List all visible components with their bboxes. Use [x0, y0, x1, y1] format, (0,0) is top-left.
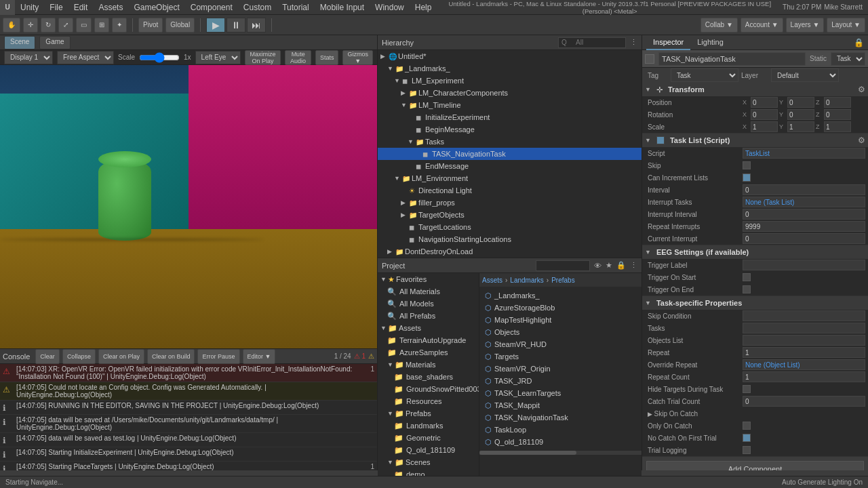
eye-icon[interactable]: 👁	[594, 262, 601, 270]
all-prefabs-item[interactable]: 🔍 All Prefabs	[378, 310, 479, 322]
tree-item-dont-destroy[interactable]: ▶ 📁 DontDestroyOnLoad	[378, 245, 642, 258]
project-search[interactable]	[536, 260, 590, 271]
repeat-field[interactable]	[743, 347, 865, 358]
mute-audio-btn[interactable]: Mute Audio	[285, 50, 311, 65]
console-log-6[interactable]: ℹ [14:07:05] Starting PlaceTargets | Uni…	[0, 462, 377, 470]
options-icon[interactable]: ⋮	[630, 261, 637, 270]
menu-unity[interactable]: Unity	[15, 0, 44, 15]
console-error-pause-btn[interactable]: Error Pause	[197, 349, 239, 364]
tree-item-timeline[interactable]: ▼ 📁 LM_Timeline	[378, 99, 642, 111]
override-repeat-field[interactable]: None (Object List)	[743, 359, 865, 370]
console-log-0[interactable]: ⚠ [14:07:03] XR: OpenVR Error: OpenVR fa…	[0, 364, 377, 382]
ground-item[interactable]: 📁 GroundSnowPitted003	[378, 383, 479, 395]
menu-tutorial[interactable]: Tutorial	[277, 0, 315, 15]
trigger-start-checkbox[interactable]	[743, 273, 751, 281]
aspect-select[interactable]: Free Aspect	[57, 51, 114, 64]
interval-field[interactable]	[743, 184, 865, 195]
global-btn[interactable]: Global	[165, 18, 195, 33]
trigger-end-checkbox[interactable]	[743, 285, 751, 293]
prefab-item-11[interactable]: ⬡ TaskLoop	[482, 424, 639, 436]
tree-item-init-exp[interactable]: ◼ InitializeExperiment	[378, 111, 642, 123]
azure-item[interactable]: 📁 AzureSamples	[378, 346, 479, 359]
only-on-catch-checkbox[interactable]	[743, 422, 751, 430]
console-clear-btn[interactable]: Clear	[35, 349, 60, 364]
repeat-interrupts-field[interactable]	[743, 221, 865, 232]
skip-condition-field[interactable]	[743, 310, 865, 321]
catch-trial-field[interactable]	[743, 396, 865, 407]
rot-z-field[interactable]	[824, 109, 851, 120]
console-clear-on-play-btn[interactable]: Clear on Play	[98, 349, 144, 364]
tree-item-untitled[interactable]: ▶ 🌐 Untitled*	[378, 50, 642, 62]
prefab-item-8[interactable]: ⬡ TASK_LearnTargets	[482, 387, 639, 399]
transform-tool-btn[interactable]: ⊞	[94, 18, 109, 33]
pos-x-field[interactable]	[751, 97, 778, 108]
scenes-item[interactable]: ▼ 📁 Scenes	[378, 456, 479, 468]
menu-custom[interactable]: Custom	[238, 0, 277, 15]
q-old-item[interactable]: 📁 Q_old_181109	[378, 444, 479, 456]
tag-select[interactable]: Task	[831, 52, 865, 66]
console-log-4[interactable]: ℹ [14:07:05] data will be saved as test.…	[0, 433, 377, 447]
resources-item[interactable]: 📁 Resources	[378, 395, 479, 407]
hand-tool-btn[interactable]: ✋	[3, 18, 20, 33]
skip-checkbox[interactable]	[743, 161, 751, 169]
layout-btn[interactable]: Layout ▼	[827, 18, 865, 33]
lighting-tab[interactable]: Lighting	[690, 35, 730, 50]
menu-assets[interactable]: Assets	[93, 0, 128, 15]
prefabs-landmarks-item[interactable]: 📁 Landmarks	[378, 420, 479, 432]
transform-header[interactable]: ▼ ⊹ Transform ⚙	[642, 83, 868, 96]
menu-file[interactable]: File	[44, 0, 68, 15]
tree-item-landmarks[interactable]: ▼ 📁 _Landmarks_	[378, 62, 642, 75]
tree-item-end-msg[interactable]: ◼ EndMessage	[378, 160, 642, 172]
tree-item-target-locs[interactable]: ◼ TargetLocations	[378, 221, 642, 233]
prefab-item-4[interactable]: ⬡ SteamVR_HUD	[482, 338, 639, 350]
task-specific-header[interactable]: ▼ Task-specific Properties	[642, 296, 868, 310]
star-icon[interactable]: ★	[606, 261, 612, 270]
rot-x-field[interactable]	[751, 109, 778, 120]
scene-tab[interactable]: Scene	[4, 36, 35, 49]
eeg-header[interactable]: ▼ EEG Settings (if available)	[642, 245, 868, 259]
hierarchy-options-icon[interactable]: ⋮	[630, 38, 637, 47]
prefab-item-7[interactable]: ⬡ TASK_JRD	[482, 375, 639, 387]
breadcrumb-landmarks[interactable]: Landmarks	[510, 277, 543, 284]
menu-window[interactable]: Window	[370, 0, 410, 15]
script-value-field[interactable]: TaskList	[743, 148, 865, 159]
tree-item-lm-env[interactable]: ▼ 📁 LM_Environment	[378, 172, 642, 184]
pos-y-field[interactable]	[787, 97, 814, 108]
transform-gear-btn[interactable]: ⚙	[858, 85, 865, 94]
eye-select[interactable]: Left Eye	[195, 51, 241, 64]
add-component-btn[interactable]: Add Component	[646, 461, 864, 470]
all-models-item[interactable]: 🔍 All Models	[378, 298, 479, 310]
prefab-item-2[interactable]: ⬡ MapTestHighlight	[482, 314, 639, 326]
tree-item-target-objects[interactable]: ▶ 📁 TargetObjects	[378, 209, 642, 221]
game-tab[interactable]: Game	[39, 36, 70, 49]
current-interrupt-field[interactable]	[743, 233, 865, 244]
trigger-label-field[interactable]	[743, 260, 865, 270]
pivot-btn[interactable]: Pivot	[138, 18, 163, 33]
trial-logging-checkbox[interactable]	[743, 446, 751, 454]
h-scrollbar-thumb[interactable]	[479, 451, 576, 455]
interrupt-interval-field[interactable]	[743, 209, 865, 220]
menu-component[interactable]: Component	[185, 0, 238, 15]
inspector-tab[interactable]: Inspector	[646, 35, 690, 50]
console-clear-on-build-btn[interactable]: Clear on Build	[147, 349, 195, 364]
menu-help[interactable]: Help	[410, 0, 437, 15]
tree-item-begin-msg[interactable]: ◼ BeginMessage	[378, 123, 642, 136]
prefabs-item[interactable]: ▼ 📁 Prefabs	[378, 407, 479, 420]
breadcrumb-prefabs[interactable]: Prefabs	[551, 277, 574, 284]
hierarchy-search[interactable]	[558, 37, 626, 48]
gizmos-btn[interactable]: Gizmos ▼	[342, 50, 373, 65]
move-tool-btn[interactable]: ✛	[23, 18, 38, 33]
menu-edit[interactable]: Edit	[68, 0, 94, 15]
tree-item-character[interactable]: ▶ 📁 LM_CharacterComponents	[378, 87, 642, 99]
can-increment-checkbox[interactable]	[743, 174, 751, 182]
tag-dropdown[interactable]: Task	[671, 68, 738, 82]
scale-x-field[interactable]	[751, 121, 778, 132]
tree-item-nav-task[interactable]: ◼ TASK_NavigationTask	[378, 148, 642, 160]
maximize-on-play-btn[interactable]: Maximize On Play	[245, 50, 281, 65]
prefabs-geometric-item[interactable]: 📁 Geometric	[378, 432, 479, 444]
tree-item-lm-experiment[interactable]: ▼ ◼ LM_Experiment	[378, 75, 642, 87]
play-button[interactable]: ▶	[206, 18, 225, 33]
console-editor-btn[interactable]: Editor ▼	[243, 349, 276, 364]
scale-slider[interactable]	[139, 54, 180, 62]
gameobject-name-field[interactable]	[658, 52, 806, 66]
